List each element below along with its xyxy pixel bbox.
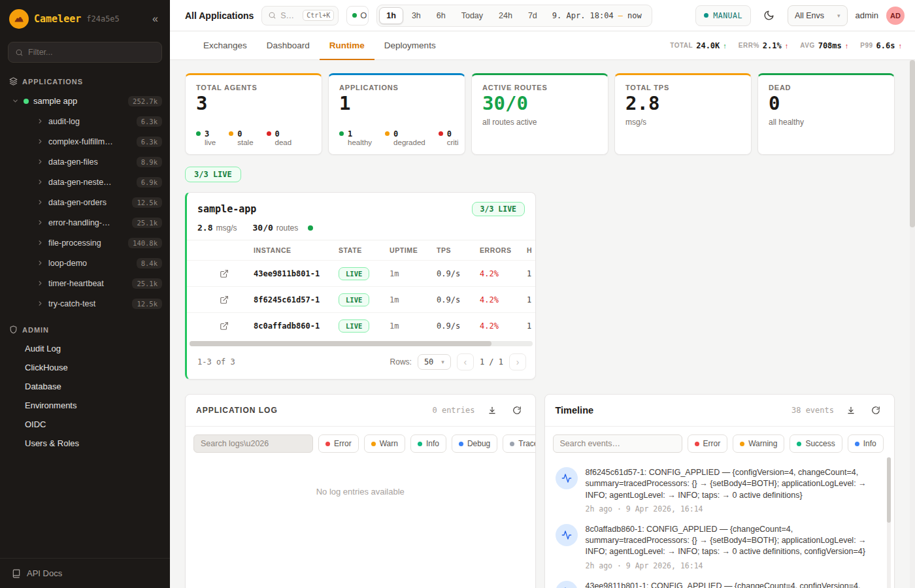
log-search-input[interactable] — [193, 434, 313, 453]
scrollbar-thumb[interactable] — [190, 341, 491, 346]
shield-icon — [9, 325, 18, 334]
tab[interactable]: Runtime — [320, 31, 374, 60]
state-badge: LIVE — [339, 267, 369, 280]
timeline-event[interactable]: 43ee9811b801-1: CONFIG_APPLIED — {change… — [556, 581, 883, 588]
scrollbar-thumb[interactable] — [910, 60, 915, 227]
event-type-filter-chip[interactable]: Info — [848, 434, 884, 453]
dark-mode-toggle[interactable] — [759, 5, 780, 26]
filter-input[interactable] — [28, 48, 155, 57]
refresh-mode-button[interactable]: MANUAL — [695, 5, 751, 26]
tab[interactable]: Dashboard — [257, 31, 320, 60]
environment-select[interactable]: All Envs ▾ — [788, 5, 848, 26]
tab[interactable]: Exchanges — [193, 31, 257, 60]
scrollbar-thumb[interactable] — [887, 457, 891, 523]
admin-menu-item[interactable]: Environments — [0, 396, 170, 415]
admin-menu-item[interactable]: ClickHouse — [0, 358, 170, 377]
user-name: admin — [856, 10, 878, 20]
substat: 0degraded — [385, 129, 425, 146]
card-applications: APPLICATIONS 1 1healthy 0degraded — [328, 73, 465, 155]
instance-row[interactable]: 43ee9811b801-1 LIVE 1m 0.9/s 4.2% 1 — [187, 260, 535, 286]
admin-menu-item[interactable]: Database — [0, 377, 170, 396]
download-button[interactable] — [484, 402, 500, 418]
overview-cards: TOTAL AGENTS 3 3live 0stale — [185, 73, 895, 155]
download-button[interactable] — [843, 402, 859, 418]
timeline-scrollbar[interactable] — [887, 457, 891, 588]
app-card-title: sample-app — [197, 203, 256, 215]
prev-page-button[interactable]: ‹ — [457, 353, 474, 370]
event-text: 8c0affadb860-1: CONFIG_APPLIED — {change… — [586, 524, 883, 558]
timeline-event[interactable]: 8c0affadb860-1: CONFIG_APPLIED — {change… — [556, 524, 883, 570]
log-level-filter-chip[interactable]: Debug — [452, 434, 497, 453]
card-value: 1 — [339, 93, 454, 114]
chevron-right-icon — [37, 118, 44, 125]
tps-value: 0.9/s — [437, 295, 480, 304]
sidebar-app-item[interactable]: data-gen-orders 12.5k — [0, 192, 170, 212]
online-indicator[interactable]: O — [346, 6, 369, 25]
horizontal-scrollbar[interactable] — [190, 341, 533, 346]
page-indicator: 1 / 1 — [480, 357, 503, 367]
event-type-filter-chip[interactable]: Success — [790, 434, 842, 453]
substat-label: degraded — [393, 139, 425, 146]
brand-id: f24a5e5 — [86, 14, 120, 24]
time-range-button[interactable]: 3h — [405, 7, 428, 24]
sidebar-app-item[interactable]: timer-heartbeat 25.1k — [0, 273, 170, 293]
sidebar-collapse-button[interactable]: « — [148, 11, 162, 27]
app-name: audit-log — [48, 117, 80, 126]
log-level-filter-chip[interactable]: Info — [410, 434, 446, 453]
external-link-icon — [220, 321, 229, 331]
time-range-button[interactable]: 1h — [379, 7, 403, 24]
sidebar-app-item[interactable]: data-gen-neste… 6.9k — [0, 172, 170, 192]
event-type-filter-chip[interactable]: Error — [688, 434, 728, 453]
status-dot — [339, 131, 344, 136]
routes-unit: routes — [276, 223, 298, 233]
admin-menu-item[interactable]: Audit Log — [0, 339, 170, 358]
sidebar-app-item[interactable]: data-gen-files 8.9k — [0, 152, 170, 172]
log-level-filter-chip[interactable]: Trace — [503, 434, 535, 453]
search-icon — [268, 11, 276, 20]
refresh-button[interactable] — [868, 402, 884, 418]
admin-menu-item[interactable]: Users & Roles — [0, 434, 170, 453]
next-page-button[interactable]: › — [509, 353, 526, 370]
time-range-button[interactable]: 7d — [521, 7, 544, 24]
substat-label: healthy — [348, 139, 372, 146]
level-label: Trace — [518, 439, 535, 448]
timeline-search-input[interactable] — [553, 434, 682, 453]
sidebar-app-item[interactable]: file-processing 140.8k — [0, 233, 170, 253]
level-label: Warn — [380, 439, 398, 448]
refresh-button[interactable] — [509, 402, 525, 418]
time-range-button[interactable]: Today — [454, 7, 490, 24]
sidebar-item-sample-app[interactable]: sample app 252.7k — [0, 91, 170, 111]
app-name: data-gen-files — [48, 157, 98, 167]
open-instance-button[interactable] — [220, 295, 254, 304]
global-search-button[interactable]: S… Ctrl+K — [261, 6, 339, 25]
log-level-filter-chip[interactable]: Error — [318, 434, 359, 453]
trend-arrow-icon: ↑ — [785, 42, 789, 50]
sidebar-app-item[interactable]: audit-log 6.3k — [0, 111, 170, 131]
sidebar-app-item[interactable]: complex-fulfillm… 6.3k — [0, 131, 170, 152]
time-range-button[interactable]: 24h — [491, 7, 520, 24]
tab[interactable]: Deployments — [374, 31, 446, 60]
avatar[interactable]: AD — [886, 7, 905, 25]
status-dot — [352, 13, 357, 18]
log-level-filter-chip[interactable]: Warn — [364, 434, 405, 453]
admin-menu-label: Users & Roles — [25, 438, 79, 448]
open-instance-button[interactable] — [220, 321, 254, 331]
instance-row[interactable]: 8f6245c61d57-1 LIVE 1m 0.9/s 4.2% 1 — [187, 286, 535, 312]
instance-row[interactable]: 8c0affadb860-1 LIVE 1m 0.9/s 4.2% 1 — [187, 312, 535, 338]
rows-per-page-select[interactable]: 50 ▾ — [418, 354, 451, 370]
external-link-icon — [220, 295, 229, 304]
open-instance-button[interactable] — [220, 269, 254, 278]
time-range-button[interactable]: 6h — [429, 7, 453, 24]
admin-menu-item[interactable]: OIDC — [0, 415, 170, 434]
card-value: 30/0 — [482, 93, 597, 114]
sidebar-app-item[interactable]: loop-demo 8.4k — [0, 253, 170, 273]
sidebar-app-item[interactable]: try-catch-test 12.5k — [0, 293, 170, 314]
stat-value: 2.1% — [763, 41, 782, 50]
timeline-event[interactable]: 8f6245c61d57-1: CONFIG_APPLIED — {config… — [556, 467, 883, 514]
sidebar-app-item[interactable]: error-handling-… 25.1k — [0, 212, 170, 233]
event-type-filter-chip[interactable]: Warning — [733, 434, 784, 453]
date-range[interactable]: 9. Apr. 18:04 — now — [544, 11, 650, 20]
api-docs-link[interactable]: API Docs — [0, 558, 170, 588]
page-scrollbar[interactable] — [910, 60, 915, 588]
level-dot — [371, 442, 376, 446]
